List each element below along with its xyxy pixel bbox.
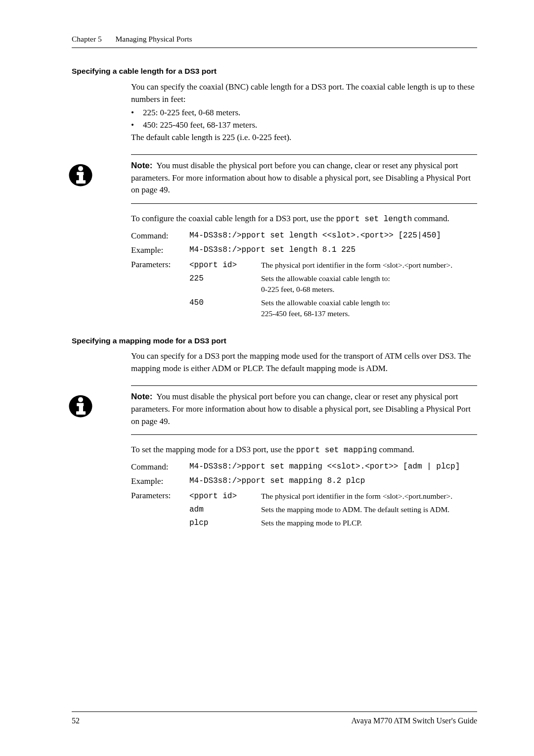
list-item: 450: 225-450 feet, 68-137 meters. [131, 119, 477, 132]
param-desc-line: Sets the allowable coaxial cable length … [261, 298, 390, 307]
parameters-label: Parameters: [131, 489, 189, 531]
param-desc: The physical port identifier in the form… [261, 259, 477, 272]
param-desc-line: Sets the allowable coaxial cable length … [261, 274, 390, 283]
param-name: <pport id> [189, 259, 261, 272]
page-footer: 52 Avaya M770 ATM Switch User's Guide [72, 711, 477, 726]
chapter-number: Chapter 5 [72, 35, 102, 43]
chapter-title: Managing Physical Ports [116, 35, 192, 43]
svg-rect-9 [76, 412, 86, 415]
note-text: Note: You must disable the physical port… [131, 391, 477, 427]
text-span: command. [377, 445, 414, 454]
note-block: Note: You must disable the physical port… [131, 154, 477, 204]
param-desc: Sets the mapping mode to PLCP. [261, 517, 477, 530]
param-name: 450 [189, 296, 261, 321]
section1-body: You can specify the coaxial (BNC) cable … [131, 81, 477, 322]
running-header: Chapter 5 Managing Physical Ports [72, 34, 477, 48]
svg-rect-8 [79, 404, 83, 413]
default-paragraph: The default cable length is 225 (i.e. 0-… [131, 132, 477, 144]
info-icon [67, 161, 94, 189]
inline-code: pport set length [336, 215, 412, 224]
page-number: 52 [72, 715, 80, 726]
svg-rect-4 [76, 180, 86, 184]
parameter-list: <pport id> The physical port identifier … [189, 259, 477, 321]
svg-point-6 [78, 397, 83, 402]
info-icon [67, 392, 94, 420]
note-body: You must disable the physical port befor… [131, 392, 471, 425]
example-label: Example: [131, 474, 189, 489]
command-label: Command: [131, 229, 189, 243]
intro-paragraph: You can specify the coaxial (BNC) cable … [131, 81, 477, 105]
note-text: Note: You must disable the physical port… [131, 160, 477, 196]
command-value: M4-DS3s8:/>pport set mapping <<slot>.<po… [189, 460, 477, 474]
param-desc-line: 0-225 feet, 0-68 meters. [261, 285, 335, 293]
param-name: 225 [189, 272, 261, 296]
text-span: To configure the coaxial cable length fo… [131, 214, 336, 223]
parameter-list: <pport id> The physical port identifier … [189, 490, 477, 530]
svg-rect-3 [79, 173, 83, 182]
param-desc: The physical port identifier in the form… [261, 490, 477, 503]
command-table: Command: M4-DS3s8:/>pport set length <<s… [131, 229, 477, 321]
text-span: command. [412, 214, 449, 223]
footer-rule [72, 711, 477, 712]
svg-point-1 [78, 166, 83, 171]
param-desc: Sets the mapping mode to ADM. The defaul… [261, 503, 477, 517]
guide-title: Avaya M770 ATM Switch User's Guide [351, 715, 477, 726]
list-item: 225: 0-225 feet, 0-68 meters. [131, 107, 477, 119]
param-name: <pport id> [189, 490, 261, 503]
command-table: Command: M4-DS3s8:/>pport set mapping <<… [131, 460, 477, 531]
bullet-list: 225: 0-225 feet, 0-68 meters. 450: 225-4… [131, 107, 477, 131]
inline-code: pport set mapping [296, 446, 377, 455]
command-value: M4-DS3s8:/>pport set length <<slot>.<por… [189, 229, 477, 243]
example-value: M4-DS3s8:/>pport set mapping 8.2 plcp [189, 474, 477, 489]
section-heading-mapping-mode: Specifying a mapping mode for a DS3 port [72, 335, 477, 346]
command-intro: To set the mapping mode for a DS3 port, … [131, 444, 477, 456]
param-desc: Sets the allowable coaxial cable length … [261, 296, 477, 321]
param-desc-line: 225-450 feet, 68-137 meters. [261, 309, 350, 318]
command-label: Command: [131, 460, 189, 474]
param-name: plcp [189, 517, 261, 530]
example-value: M4-DS3s8:/>pport set length 8.1 225 [189, 243, 477, 258]
command-intro: To configure the coaxial cable length fo… [131, 213, 477, 225]
param-name: adm [189, 503, 261, 517]
text-span: To set the mapping mode for a DS3 port, … [131, 445, 296, 454]
intro-paragraph: You can specify for a DS3 port the mappi… [131, 350, 477, 375]
section2-body: You can specify for a DS3 port the mappi… [131, 350, 477, 531]
note-body: You must disable the physical port befor… [131, 161, 471, 194]
note-block: Note: You must disable the physical port… [131, 385, 477, 435]
header-rule [72, 47, 477, 48]
param-desc: Sets the allowable coaxial cable length … [261, 272, 477, 296]
note-label: Note: [131, 161, 152, 170]
section-heading-cable-length: Specifying a cable length for a DS3 port [72, 66, 477, 77]
example-label: Example: [131, 243, 189, 258]
page-content: Chapter 5 Managing Physical Ports Specif… [0, 0, 534, 531]
parameters-label: Parameters: [131, 258, 189, 322]
note-label: Note: [131, 392, 152, 401]
